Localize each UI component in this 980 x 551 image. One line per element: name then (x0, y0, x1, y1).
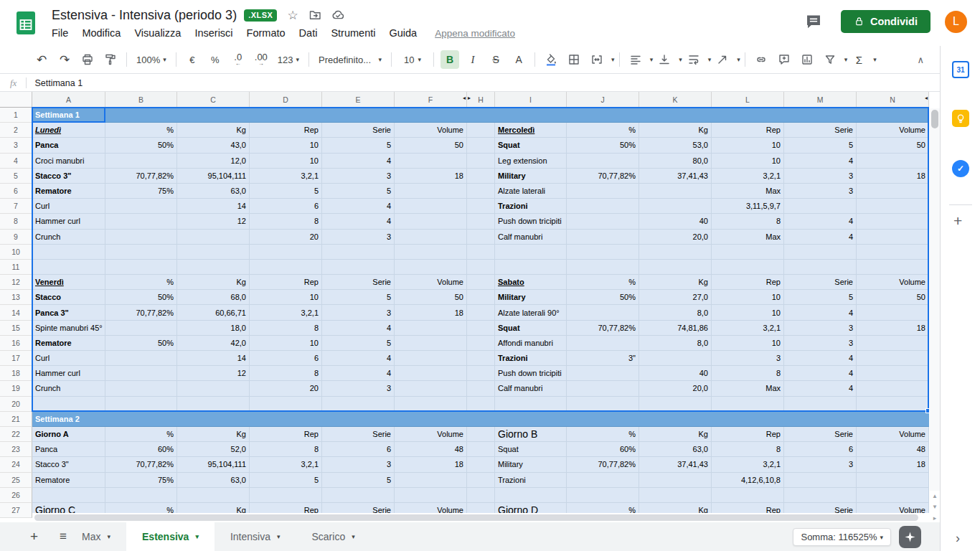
functions-button[interactable]: Σ (849, 50, 868, 69)
document-title[interactable]: Estensiva - Intensiva (periodo 3) (52, 8, 237, 23)
cell-N20[interactable] (857, 397, 929, 412)
cell-F20[interactable] (395, 397, 467, 412)
hidden-columns-marker-icon[interactable]: ▸ (468, 95, 471, 101)
cell-C7[interactable]: 14 (177, 199, 250, 214)
cell-E6[interactable]: 5 (322, 184, 395, 199)
cell-N8[interactable] (857, 214, 929, 229)
add-sheet-button[interactable]: + (30, 529, 38, 545)
cell-E2[interactable]: Serie (322, 123, 395, 138)
cell-D22[interactable]: Rep (250, 427, 322, 442)
cell-I17[interactable]: Trazioni (495, 351, 567, 366)
cell-H4[interactable] (467, 154, 495, 169)
cell-K24[interactable]: 37,41,43 (639, 457, 712, 472)
number-format-button[interactable]: 123▾ (275, 50, 302, 69)
cell-H11[interactable] (467, 260, 495, 275)
cell-D26[interactable] (250, 488, 322, 503)
cell-C3[interactable]: 43,0 (177, 138, 250, 153)
row-header-5[interactable]: 5 (0, 169, 32, 184)
cell-A5[interactable]: Stacco 3" (32, 169, 105, 184)
cell-J2[interactable]: % (567, 123, 639, 138)
cell-C11[interactable] (177, 260, 250, 275)
cell-I7[interactable]: Trazioni (495, 199, 567, 214)
cell-D2[interactable]: Rep (250, 123, 322, 138)
cell-K10[interactable] (639, 245, 712, 260)
sheet-tab-scarico[interactable]: Scarico▾ (296, 522, 371, 551)
cell-A17[interactable]: Curl (32, 351, 105, 366)
cell-A9[interactable]: Crunch (32, 230, 105, 245)
cell-A21[interactable]: Settimana 2 (32, 412, 929, 427)
cell-H20[interactable] (467, 397, 495, 412)
selection-sum-badge[interactable]: Somma: 116525%▾ (793, 528, 891, 546)
collapse-panel-icon[interactable]: › (956, 531, 960, 546)
cell-A10[interactable] (32, 245, 105, 260)
cell-B25[interactable]: 75% (105, 473, 177, 488)
cell-L4[interactable]: 10 (712, 154, 784, 169)
cell-N5[interactable]: 18 (857, 169, 929, 184)
strikethrough-button[interactable]: S (486, 50, 505, 69)
cell-E15[interactable]: 4 (322, 321, 395, 336)
cell-D6[interactable]: 5 (250, 184, 322, 199)
sheet-tab-max[interactable]: Max▾ (66, 522, 126, 551)
cell-I22[interactable]: Giorno B (495, 427, 567, 442)
cell-M20[interactable] (784, 397, 857, 412)
cell-N13[interactable]: 50 (857, 290, 929, 305)
cell-J25[interactable] (567, 473, 639, 488)
cell-N6[interactable] (857, 184, 929, 199)
cell-A8[interactable]: Hammer curl (32, 214, 105, 229)
cell-E3[interactable]: 5 (322, 138, 395, 153)
cell-E12[interactable]: Serie (322, 275, 395, 290)
sheet-tab-intensiva[interactable]: Intensiva▾ (215, 522, 296, 551)
row-header-10[interactable]: 10 (0, 245, 32, 260)
cell-J5[interactable]: 70,77,82% (567, 169, 639, 184)
cell-L20[interactable] (712, 397, 784, 412)
cell-F25[interactable] (395, 473, 467, 488)
filter-dropdown[interactable]: ▾ (844, 56, 848, 63)
cell-I6[interactable]: Alzate laterali (495, 184, 567, 199)
cell-A15[interactable]: Spinte manubri 45° (32, 321, 105, 336)
cell-A18[interactable]: Hammer curl (32, 366, 105, 381)
cell-J10[interactable] (567, 245, 639, 260)
scroll-down-icon[interactable]: ▼ (930, 501, 940, 512)
cell-C8[interactable]: 12 (177, 214, 250, 229)
cell-D5[interactable]: 3,2,1 (250, 169, 322, 184)
cell-D13[interactable]: 10 (250, 290, 322, 305)
column-header-D[interactable]: D (250, 92, 322, 108)
filter-button[interactable] (821, 50, 839, 69)
select-all-corner[interactable] (0, 92, 32, 108)
row-header-21[interactable]: 21 (0, 412, 32, 427)
vertical-scrollbar[interactable] (930, 108, 940, 491)
cell-L22[interactable]: Rep (712, 427, 784, 442)
cell-B4[interactable] (105, 154, 177, 169)
cell-J12[interactable]: % (567, 275, 639, 290)
cell-B18[interactable] (105, 366, 177, 381)
cell-C13[interactable]: 68,0 (177, 290, 250, 305)
cell-E18[interactable]: 4 (322, 366, 395, 381)
avatar[interactable]: L (945, 11, 967, 33)
cell-N12[interactable]: Volume (857, 275, 929, 290)
font-size-select[interactable]: 10▾ (398, 50, 427, 69)
cell-A3[interactable]: Panca (32, 138, 105, 153)
cell-B17[interactable] (105, 351, 177, 366)
cell-H13[interactable] (467, 290, 495, 305)
column-header-A[interactable]: A (32, 92, 105, 108)
menu-guida[interactable]: Guida (389, 27, 417, 39)
cell-D14[interactable]: 3,2,1 (250, 305, 322, 320)
cell-C15[interactable]: 18,0 (177, 321, 250, 336)
cell-K22[interactable]: Kg (639, 427, 712, 442)
cell-F11[interactable] (395, 260, 467, 275)
cell-N10[interactable] (857, 245, 929, 260)
row-header-23[interactable]: 23 (0, 442, 32, 457)
cell-F16[interactable] (395, 336, 467, 351)
cell-H8[interactable] (467, 214, 495, 229)
cell-I2[interactable]: Mercoledì (495, 123, 567, 138)
cell-C19[interactable] (177, 381, 250, 396)
cell-H12[interactable] (467, 275, 495, 290)
zoom-select[interactable]: 100%▾ (133, 50, 169, 69)
row-header-18[interactable]: 18 (0, 366, 32, 381)
row-header-1[interactable]: 1 (0, 108, 32, 123)
cell-C12[interactable]: Kg (177, 275, 250, 290)
cell-D9[interactable]: 20 (250, 230, 322, 245)
row-header-6[interactable]: 6 (0, 184, 32, 199)
cell-B9[interactable] (105, 230, 177, 245)
cell-I4[interactable]: Leg extension (495, 154, 567, 169)
